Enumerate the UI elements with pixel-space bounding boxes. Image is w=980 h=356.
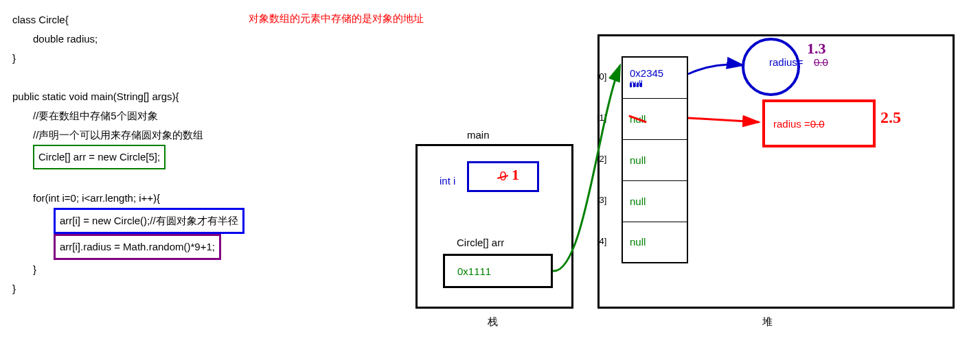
stack-var-label: int i	[440, 175, 455, 187]
array-index: [3]	[597, 195, 606, 205]
array-index: [2]	[597, 154, 606, 164]
code-line: double radius;	[12, 29, 244, 49]
stack-var-i-old: 0	[499, 169, 506, 184]
array-cell-value: null	[630, 195, 646, 207]
array-index: [1]	[597, 112, 606, 123]
heap-footer-label: 堆	[762, 316, 773, 329]
array-cell-old-null: null	[630, 79, 643, 88]
stack-var-i-box: 0	[467, 161, 539, 192]
array-cell-address: 0x2345	[630, 67, 687, 79]
code-line: class Circle{	[12, 10, 244, 29]
array-cell: [2] null	[622, 139, 687, 180]
array-cell-value: null	[630, 236, 646, 248]
array-cell: [1] null	[622, 98, 687, 139]
stack-var-label: Circle[] arr	[457, 237, 504, 248]
code-line: }	[12, 49, 244, 68]
array-cell-value: null	[630, 154, 646, 166]
code-line: }	[12, 279, 244, 298]
array-index: [4]	[597, 236, 606, 246]
array-cell: [3] null	[622, 180, 687, 222]
stack-var-i-new: 1	[512, 166, 519, 184]
circle-radius-label: radius=	[769, 56, 804, 68]
array-index: [0]	[597, 71, 606, 82]
array-cell: [0] 0x2345 null	[622, 57, 687, 98]
code-line: public static void main(String[] args){	[12, 87, 244, 106]
red-radius-old: 0.0	[810, 118, 825, 130]
stack-var-arr-box: 0x1111	[443, 254, 553, 288]
stack-footer-label: 栈	[488, 316, 498, 329]
code-line: for(int i=0; i<arr.length; i++){	[12, 189, 244, 208]
array-cell: [4] null	[622, 222, 687, 263]
stack-frame-title: main	[467, 129, 490, 141]
highlight-green: Circle[] arr = new Circle[5];	[33, 145, 166, 169]
diagram-title: 对象数组的元素中存储的是对象的地址	[249, 12, 424, 25]
blank-line	[12, 68, 244, 87]
code-comment: //要在数组中存储5个圆对象	[12, 106, 244, 126]
code-line: }	[12, 260, 244, 279]
red-radius-label: radius =	[773, 118, 810, 130]
circle-radius-old: 0.0	[814, 56, 828, 68]
circle-radius-new: 1.3	[807, 40, 826, 58]
heap-red-object: radius = 0.0	[762, 99, 876, 147]
highlight-blue: arr[i] = new Circle();//有圆对象才有半径	[54, 208, 244, 234]
array-cell-null-struck: null	[630, 113, 646, 125]
heap-array: [0] 0x2345 null [1] null [2] null [3] nu…	[622, 56, 688, 263]
blank-line	[12, 169, 244, 189]
highlight-purple: arr[i].radius = Math.random()*9+1;	[54, 234, 221, 260]
stack-var-arr-value: 0x1111	[457, 265, 491, 277]
code-block: class Circle{ double radius; } public st…	[12, 10, 244, 298]
red-radius-new: 2.5	[880, 108, 901, 127]
code-comment: //声明一个可以用来存储圆对象的数组	[12, 126, 244, 145]
